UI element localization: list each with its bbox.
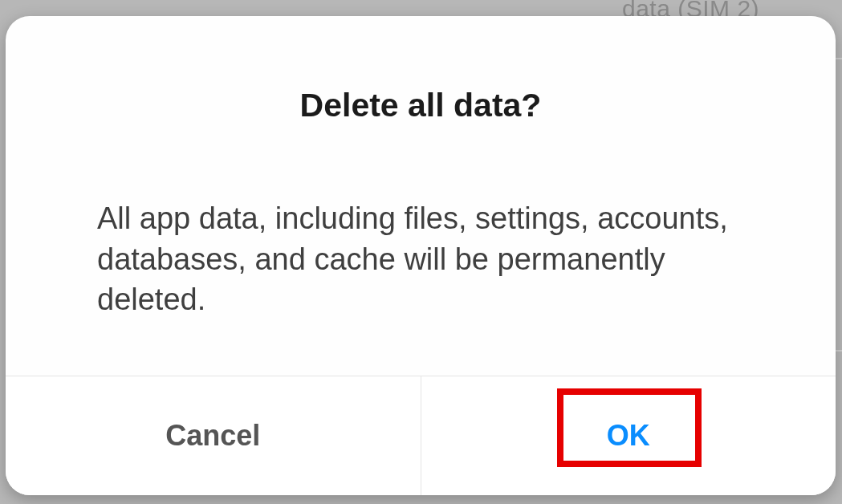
dialog-actions: Cancel OK: [6, 376, 836, 495]
ok-button[interactable]: OK: [421, 376, 836, 495]
background-divider: [835, 350, 842, 352]
ok-button-label: OK: [607, 419, 650, 453]
delete-all-data-dialog: Delete all data? All app data, including…: [6, 16, 836, 495]
cancel-button[interactable]: Cancel: [6, 376, 421, 495]
dialog-message: All app data, including files, settings,…: [97, 198, 744, 320]
background-divider: [835, 58, 842, 59]
dialog-body: Delete all data? All app data, including…: [6, 16, 836, 376]
dialog-title: Delete all data?: [97, 87, 744, 124]
cancel-button-label: Cancel: [165, 419, 260, 453]
